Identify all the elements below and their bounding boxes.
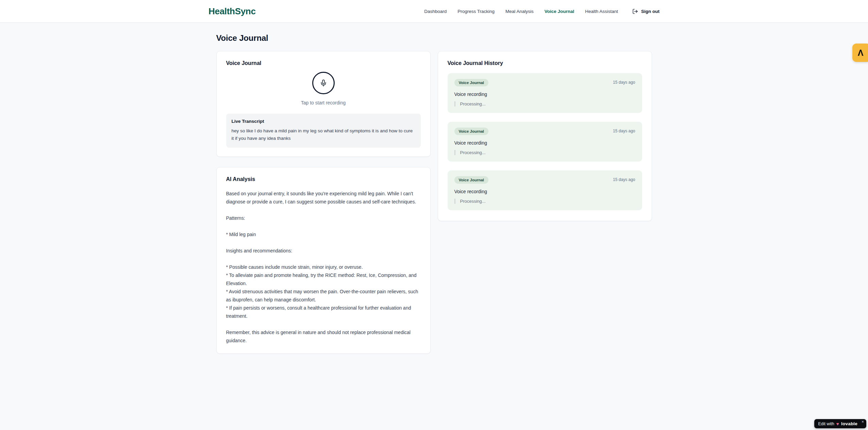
record-button[interactable] — [312, 72, 335, 94]
edit-with-lovable-badge[interactable]: Edit with ♥ lovable × — [814, 419, 866, 428]
entry-title: Voice recording — [454, 189, 635, 194]
voice-journal-recorder-card: Voice Journal Tap to start recording — [216, 51, 431, 157]
top-navbar: HealthSync Dashboard Progress Tracking M… — [0, 0, 868, 23]
lovable-side-badge[interactable]: Λ — [852, 44, 868, 62]
brand-logo[interactable]: HealthSync — [208, 6, 256, 17]
entry-timestamp: 15 days ago — [613, 129, 635, 133]
live-transcript-text: hey so like I do have a mild pain in my … — [232, 127, 415, 142]
entry-timestamp: 15 days ago — [613, 177, 635, 182]
entry-head: Voice Journal 15 days ago — [454, 79, 635, 86]
page-content: Voice Journal Voice Journal — [216, 33, 652, 354]
entry-type-badge: Voice Journal — [454, 176, 489, 184]
history-list: Voice Journal 15 days ago Voice recordin… — [448, 73, 642, 210]
entry-title: Voice recording — [454, 140, 635, 146]
nav-links: Dashboard Progress Tracking Meal Analysi… — [424, 9, 660, 14]
sign-out-label: Sign out — [641, 9, 660, 14]
entry-timestamp: 15 days ago — [613, 80, 635, 85]
history-entry[interactable]: Voice Journal 15 days ago Voice recordin… — [448, 73, 642, 113]
live-transcript-label: Live Transcript — [232, 119, 415, 124]
microphone-icon — [320, 79, 327, 87]
navbar-inner: HealthSync Dashboard Progress Tracking M… — [208, 6, 660, 17]
nav-item-health-assistant[interactable]: Health Assistant — [585, 9, 618, 14]
voice-journal-history-card: Voice Journal History Voice Journal 15 d… — [438, 51, 652, 221]
ai-analysis-card: AI Analysis Based on your journal entry,… — [216, 167, 431, 354]
nav-item-progress-tracking[interactable]: Progress Tracking — [457, 9, 495, 14]
history-card-title: Voice Journal History — [448, 60, 642, 66]
tap-to-record-hint: Tap to start recording — [301, 100, 346, 105]
entry-status: Processing... — [454, 199, 635, 204]
left-column: Voice Journal Tap to start recording — [216, 51, 431, 354]
recorder-card-title: Voice Journal — [226, 60, 421, 66]
nav-item-meal-analysis[interactable]: Meal Analysis — [505, 9, 534, 14]
edit-with-label: Edit with — [818, 421, 834, 426]
entry-status: Processing... — [454, 150, 635, 155]
history-entry[interactable]: Voice Journal 15 days ago Voice recordin… — [448, 122, 642, 162]
log-out-icon — [632, 9, 638, 14]
columns: Voice Journal Tap to start recording — [216, 51, 652, 354]
sign-out-button[interactable]: Sign out — [632, 9, 660, 14]
entry-head: Voice Journal 15 days ago — [454, 128, 635, 135]
entry-type-badge: Voice Journal — [454, 79, 489, 86]
page-title: Voice Journal — [216, 33, 652, 43]
nav-item-voice-journal[interactable]: Voice Journal — [545, 9, 574, 14]
heart-icon: ♥ — [836, 421, 839, 426]
history-entry[interactable]: Voice Journal 15 days ago Voice recordin… — [448, 170, 642, 210]
lovable-logo-icon: Λ — [858, 48, 864, 58]
ai-analysis-title: AI Analysis — [226, 176, 421, 182]
entry-title: Voice recording — [454, 92, 635, 97]
entry-head: Voice Journal 15 days ago — [454, 176, 635, 184]
entry-type-badge: Voice Journal — [454, 128, 489, 135]
ai-analysis-body: Based on your journal entry, it sounds l… — [226, 189, 421, 345]
lovable-brand-label: lovable — [841, 421, 857, 426]
mic-area: Tap to start recording — [226, 72, 421, 105]
close-icon[interactable]: × — [862, 419, 864, 424]
nav-item-dashboard[interactable]: Dashboard — [424, 9, 447, 14]
entry-status: Processing... — [454, 101, 635, 106]
live-transcript-box: Live Transcript hey so like I do have a … — [226, 114, 421, 148]
